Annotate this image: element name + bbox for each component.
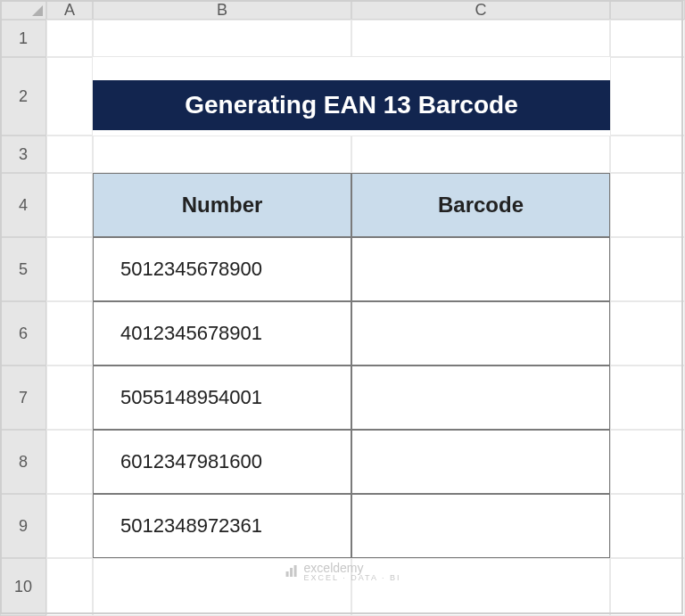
cell-A10[interactable]: [46, 558, 93, 616]
row-header-6[interactable]: 6: [0, 301, 46, 365]
cell-A2[interactable]: [46, 57, 93, 136]
row-header-10[interactable]: 10: [0, 558, 46, 616]
row-header-7[interactable]: 7: [0, 365, 46, 430]
spreadsheet-grid: A B C 1 2 Generating EAN 13 Barcode 3 4 …: [0, 0, 685, 616]
cell-D4[interactable]: [610, 173, 685, 237]
row-header-1[interactable]: 1: [0, 20, 46, 57]
cell-B10[interactable]: [93, 558, 351, 616]
cell-C3[interactable]: [351, 136, 610, 173]
table-row[interactable]: [351, 365, 610, 430]
row-header-9[interactable]: 9: [0, 494, 46, 558]
row-header-8[interactable]: 8: [0, 430, 46, 494]
table-header-barcode[interactable]: Barcode: [351, 173, 610, 237]
cell-D3[interactable]: [610, 136, 685, 173]
cell-D2[interactable]: [610, 57, 685, 136]
col-header-A[interactable]: A: [46, 0, 93, 20]
cell-A9[interactable]: [46, 494, 93, 558]
cell-A5[interactable]: [46, 237, 93, 301]
row-header-3[interactable]: 3: [0, 136, 46, 173]
cell-A7[interactable]: [46, 365, 93, 430]
cell-A8[interactable]: [46, 430, 93, 494]
cell-C1[interactable]: [351, 20, 610, 57]
cell-D6[interactable]: [610, 301, 685, 365]
row-header-5[interactable]: 5: [0, 237, 46, 301]
table-header-number[interactable]: Number: [93, 173, 351, 237]
select-all-corner[interactable]: [0, 0, 46, 20]
table-row[interactable]: 4012345678901: [93, 301, 351, 365]
table-row[interactable]: 6012347981600: [93, 430, 351, 494]
col-header-D[interactable]: [610, 0, 685, 20]
title-banner: Generating EAN 13 Barcode: [93, 80, 610, 130]
table-row[interactable]: [351, 494, 610, 558]
table-row[interactable]: [351, 301, 610, 365]
table-row[interactable]: [351, 430, 610, 494]
row-header-2[interactable]: 2: [0, 57, 46, 136]
cell-A3[interactable]: [46, 136, 93, 173]
cell-B1[interactable]: [93, 20, 351, 57]
cell-D7[interactable]: [610, 365, 685, 430]
cell-A6[interactable]: [46, 301, 93, 365]
row-header-4[interactable]: 4: [0, 173, 46, 237]
title-merged-cell[interactable]: Generating EAN 13 Barcode: [93, 57, 610, 136]
cell-D10[interactable]: [610, 558, 685, 616]
table-row[interactable]: 5012348972361: [93, 494, 351, 558]
col-header-B[interactable]: B: [93, 0, 351, 20]
col-header-C[interactable]: C: [351, 0, 610, 20]
cell-C10[interactable]: [351, 558, 610, 616]
cell-D5[interactable]: [610, 237, 685, 301]
table-row[interactable]: [351, 237, 610, 301]
cell-A1[interactable]: [46, 20, 93, 57]
cell-D8[interactable]: [610, 430, 685, 494]
cell-A4[interactable]: [46, 173, 93, 237]
cell-B3[interactable]: [93, 136, 351, 173]
table-row[interactable]: 5012345678900: [93, 237, 351, 301]
table-row[interactable]: 5055148954001: [93, 365, 351, 430]
cell-D9[interactable]: [610, 494, 685, 558]
cell-D1[interactable]: [610, 20, 685, 57]
